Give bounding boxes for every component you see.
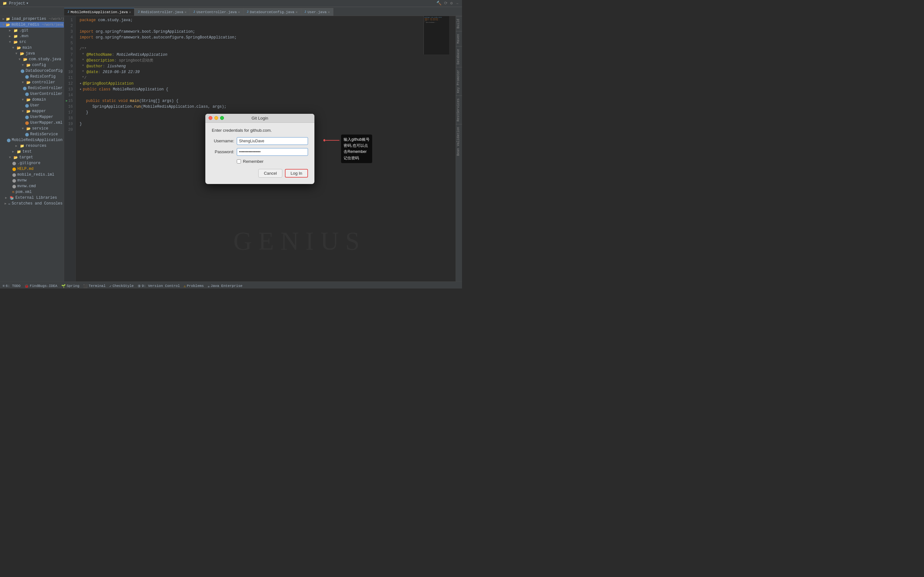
username-input[interactable] — [237, 137, 308, 145]
right-tab-rest-services[interactable]: RestServices — [456, 95, 462, 124]
sidebar-item-user-mapper[interactable]: ⬤ UserMapper — [0, 114, 64, 120]
dialog-prompt: Enter credentials for github.com. — [212, 128, 308, 133]
username-label: Username: — [212, 139, 234, 143]
sidebar-item-mapper[interactable]: ▼ 📂 mapper — [0, 108, 64, 114]
findbugs-icon: 🐞 — [24, 284, 29, 288]
expand-icon: ▼ — [3, 23, 5, 27]
sidebar-label: External Libraries — [15, 195, 57, 200]
sidebar-label: mobile_redis — [11, 23, 39, 27]
build-icon[interactable]: 🔨 — [436, 1, 441, 6]
terminal-item[interactable]: ⬛ Terminal — [83, 284, 105, 288]
folder-icon: 📂 — [23, 57, 27, 61]
sidebar-item-gitignore[interactable]: ⬤ .gitignore — [0, 160, 64, 166]
close-button[interactable] — [208, 116, 212, 120]
sidebar-item-iml[interactable]: ⬤ mobile_redis.iml — [0, 172, 64, 177]
remember-row: Remember — [237, 159, 308, 164]
sidebar-item-domain[interactable]: ▼ 📂 domain — [0, 97, 64, 103]
sidebar-item-user-controller[interactable]: ⬤ UserController — [0, 91, 64, 97]
sidebar-item-service[interactable]: ▼ 📂 service — [0, 126, 64, 131]
dialog-titlebar: Git Login — [205, 114, 314, 123]
sidebar-item-main[interactable]: ▼ 📂 main — [0, 45, 64, 51]
sidebar-item-user-mapper-xml[interactable]: ⬤ UserMapper.xml — [0, 120, 64, 126]
minimize-button[interactable] — [214, 116, 218, 120]
sidebar-item-resources[interactable]: ▶ 📁 resources — [0, 143, 64, 149]
java-file-icon: ⬤ — [25, 75, 29, 79]
settings-icon[interactable]: ⚙ — [450, 1, 453, 6]
sidebar-item-git[interactable]: ▶ 📁 .git — [0, 27, 64, 33]
tab-close-icon[interactable]: ✕ — [184, 10, 186, 14]
sidebar-label: config — [32, 63, 46, 67]
sidebar-item-controller[interactable]: ▼ 📂 controller — [0, 79, 64, 85]
right-tab-build[interactable]: Build — [456, 16, 462, 31]
tab-redis-controller[interactable]: J RedisController.java ✕ — [134, 8, 190, 16]
password-field: Password: — [212, 148, 308, 156]
right-tab-bean-validation[interactable]: Bean Validation — [456, 124, 462, 158]
tab-close-icon[interactable]: ✕ — [238, 10, 240, 14]
problems-item[interactable]: ⚠ Problems — [184, 284, 204, 288]
sidebar-item-mobile-redis-application[interactable]: ⬤ MobileRedisApplication — [0, 137, 64, 143]
maximize-button[interactable] — [220, 116, 224, 120]
sidebar-item-load-properties[interactable]: ▶ 📁 load_properties ~/work/java_study/lo… — [0, 16, 64, 22]
dialog-container: Git Login Enter credentials for github.c… — [205, 114, 314, 184]
file-icon: ⬤ — [12, 179, 16, 183]
tab-close-icon[interactable]: ✕ — [129, 10, 131, 14]
sidebar-item-config[interactable]: ▼ 📂 config — [0, 62, 64, 68]
sidebar-item-target[interactable]: ▼ 📂 target — [0, 155, 64, 160]
sidebar-item-datasource-config[interactable]: ⬤ DataSourceConfig — [0, 68, 64, 74]
tab-close-icon[interactable]: ✕ — [296, 10, 297, 14]
java-enterprise-item[interactable]: ☕ Java Enterprise — [208, 284, 242, 288]
sidebar-label: .gitignore — [17, 161, 40, 165]
cancel-button[interactable]: Cancel — [258, 169, 282, 177]
tab-close-icon[interactable]: ✕ — [328, 10, 330, 14]
password-label: Password: — [212, 149, 234, 154]
sidebar-item-scratches[interactable]: ▶ ✏️ Scratches and Consoles — [0, 201, 64, 206]
sidebar-item-mvn[interactable]: ▶ 📁 .mvn — [0, 33, 64, 39]
sidebar-item-com-study-java[interactable]: ▼ 📂 com.study.java — [0, 56, 64, 62]
sidebar-item-java[interactable]: ▼ 📂 java — [0, 51, 64, 56]
checkstyle-item[interactable]: ✓ CheckStyle — [110, 284, 134, 288]
sidebar-item-user[interactable]: ⬤ User — [0, 103, 64, 108]
findbugs-item[interactable]: 🐞 FindBugs-IDEA — [24, 284, 57, 288]
sidebar-item-redis-controller[interactable]: ⬤ RedisController — [0, 85, 64, 91]
project-icon: 📁 — [3, 1, 7, 5]
tab-user[interactable]: J User.java ✕ — [301, 8, 333, 16]
tab-user-controller[interactable]: J UserController.java ✕ — [190, 8, 243, 16]
sidebar-item-pom-xml[interactable]: m pom.xml — [0, 189, 64, 195]
right-tab-key-promoter[interactable]: Key Promoter — [456, 67, 462, 95]
sidebar-item-redis-service[interactable]: ⬤ RedisService — [0, 131, 64, 137]
project-title[interactable]: Project ▼ — [9, 1, 28, 6]
sidebar-item-mvnw[interactable]: ⬤ mvnw — [0, 177, 64, 183]
sidebar-label: RedisConfig — [30, 74, 55, 79]
right-tab-maven[interactable]: Maven — [456, 31, 462, 46]
sidebar-label: java — [26, 51, 35, 56]
minimize-icon[interactable]: － — [455, 1, 459, 6]
sidebar-item-test[interactable]: ▶ 📁 test — [0, 149, 64, 155]
sync-icon[interactable]: ⟳ — [444, 1, 447, 6]
sidebar-item-help-md[interactable]: ⬤ HELP.md — [0, 166, 64, 172]
remember-checkbox[interactable] — [237, 159, 241, 163]
version-control-item[interactable]: ⑨ 9: Version Control — [137, 284, 180, 288]
sidebar-item-src[interactable]: ▼ 📂 src — [0, 39, 64, 45]
spring-item[interactable]: 🌱 Spring — [61, 284, 79, 288]
sidebar-label: DataSourceConfig — [26, 69, 63, 73]
tab-icon: J — [304, 10, 306, 14]
tab-icon: J — [247, 10, 249, 14]
expand-icon: ▼ — [19, 58, 22, 61]
spring-icon: 🌱 — [61, 284, 66, 288]
sidebar-item-external-libraries[interactable]: ▶ 📚 External Libraries — [0, 195, 64, 201]
folder-icon: 📂 — [26, 81, 31, 85]
tab-mobile-redis-application[interactable]: J MobileRedisApplication.java ✕ — [64, 8, 134, 16]
sidebar-item-redis-config[interactable]: ⬤ RedisConfig — [0, 74, 64, 79]
sidebar-label: domain — [32, 97, 46, 102]
login-button[interactable]: Log In — [285, 169, 308, 177]
folder-icon: 📂 — [26, 109, 31, 113]
sidebar-label: resources — [26, 143, 47, 148]
tab-datasource-config[interactable]: J DataSourceConfig.java ✕ — [244, 8, 301, 16]
right-tab-database[interactable]: Database — [456, 46, 462, 67]
expand-icon: ▶ — [12, 150, 15, 153]
sidebar-item-mvnw-cmd[interactable]: ⬤ mvnw.cmd — [0, 183, 64, 189]
sidebar-item-mobile-redis[interactable]: ▼ 📂 mobile_redis ~/work/java_study/mobil… — [0, 22, 64, 27]
folder-icon: 📂 — [26, 127, 31, 131]
password-input[interactable] — [237, 148, 308, 156]
todo-item[interactable]: ≡ 6: TODO — [3, 284, 21, 288]
